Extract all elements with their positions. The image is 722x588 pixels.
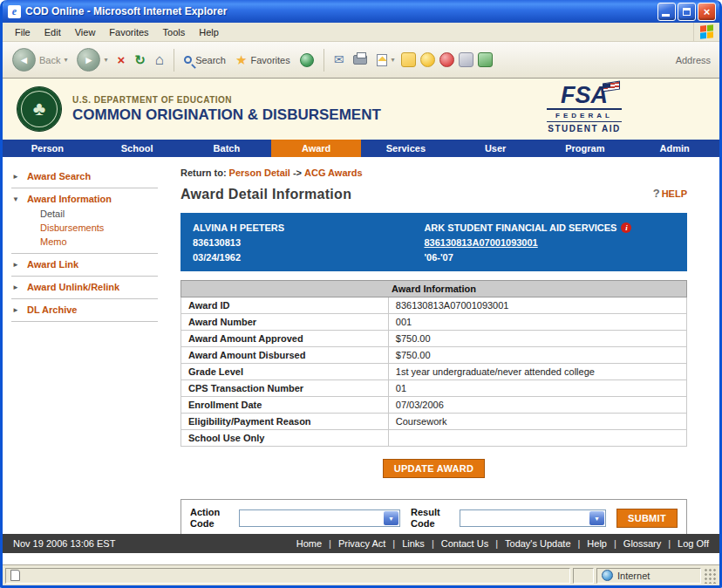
footer-link-glossary[interactable]: Glossary bbox=[623, 538, 678, 549]
back-dropdown-icon: ▾ bbox=[64, 56, 67, 64]
menu-tools[interactable]: Tools bbox=[156, 24, 193, 40]
history-icon bbox=[300, 53, 314, 67]
back-button[interactable]: ◄ Back ▾ bbox=[10, 46, 70, 73]
sidebar: ► Award Search ▼ Award Information Detai… bbox=[3, 157, 168, 534]
dept-of-education-seal-icon: ♣ bbox=[17, 86, 62, 132]
row-label: Award Amount Approved bbox=[181, 331, 389, 347]
refresh-icon: ↻ bbox=[134, 53, 146, 66]
search-button[interactable]: Search bbox=[181, 53, 228, 67]
mail-button[interactable]: ✉ bbox=[331, 51, 347, 68]
sidebar-label: DL Archive bbox=[27, 304, 77, 315]
status-message-panel bbox=[5, 568, 570, 584]
table-row: Eligibility/Payment ReasonCoursework bbox=[181, 414, 687, 430]
print-button[interactable] bbox=[351, 53, 370, 66]
nav-school[interactable]: School bbox=[92, 140, 182, 157]
submit-button[interactable]: SUBMIT bbox=[616, 509, 678, 528]
row-value: Coursework bbox=[388, 414, 686, 430]
fsa-text: FSA bbox=[561, 82, 608, 108]
arrow-right-icon: ► bbox=[11, 284, 20, 291]
table-header: Award Information bbox=[181, 281, 687, 297]
menu-help[interactable]: Help bbox=[192, 24, 226, 40]
messenger-icon[interactable] bbox=[420, 52, 435, 67]
internet-globe-icon bbox=[602, 570, 613, 581]
forward-dropdown-icon: ▾ bbox=[104, 56, 107, 64]
resize-grip[interactable] bbox=[704, 568, 717, 584]
maximize-restore-button[interactable] bbox=[678, 3, 696, 21]
sidebar-item-dl-archive[interactable]: ► DL Archive bbox=[11, 304, 158, 315]
menu-favorites[interactable]: Favorites bbox=[102, 24, 155, 40]
refresh-button[interactable]: ↻ bbox=[132, 51, 148, 68]
favorites-button[interactable]: ★ Favorites bbox=[233, 51, 293, 70]
sidebar-subitem-memo[interactable]: Memo bbox=[40, 236, 158, 247]
row-label: School Use Only bbox=[181, 430, 389, 447]
action-code-select[interactable]: ▼ bbox=[239, 509, 400, 527]
student-dob: 03/24/1962 bbox=[193, 250, 424, 264]
sidebar-subitem-detail[interactable]: Detail bbox=[40, 209, 158, 219]
nav-admin[interactable]: Admin bbox=[630, 140, 719, 157]
search-icon bbox=[184, 56, 192, 64]
breadcrumb-acg-awards-link[interactable]: ACG Awards bbox=[304, 168, 363, 178]
nav-program[interactable]: Program bbox=[541, 140, 630, 157]
menu-view[interactable]: View bbox=[68, 24, 103, 40]
sidebar-item-award-link[interactable]: ► Award Link bbox=[11, 259, 158, 270]
footer-link-contact-us[interactable]: Contact Us bbox=[441, 538, 505, 549]
icq-icon[interactable] bbox=[439, 52, 454, 67]
site-banner: ♣ U.S. DEPARTMENT OF EDUCATION COMMON OR… bbox=[3, 79, 719, 140]
contacts-icon[interactable] bbox=[478, 52, 493, 67]
info-icon[interactable]: i bbox=[621, 222, 631, 233]
discuss-icon[interactable] bbox=[401, 52, 416, 67]
edit-dropdown-icon: ▾ bbox=[391, 56, 394, 64]
footer-link-privacy-act[interactable]: Privacy Act bbox=[338, 538, 402, 549]
footer-link-links[interactable]: Links bbox=[402, 538, 441, 549]
fsa-federal-label: FEDERAL bbox=[547, 108, 622, 120]
arrow-right-icon: ► bbox=[11, 173, 20, 181]
toolbar-separator bbox=[324, 49, 324, 72]
row-label: Award Amount Disbursed bbox=[181, 347, 389, 364]
home-button[interactable]: ⌂ bbox=[153, 51, 167, 68]
update-award-button[interactable]: UPDATE AWARD bbox=[383, 459, 486, 478]
result-code-select[interactable]: ▼ bbox=[460, 509, 606, 527]
menu-edit[interactable]: Edit bbox=[37, 24, 68, 40]
row-value: $750.00 bbox=[388, 331, 686, 347]
search-label: Search bbox=[195, 55, 226, 65]
document-icon bbox=[10, 570, 20, 581]
row-label: Award Number bbox=[181, 314, 389, 331]
nav-person[interactable]: Person bbox=[3, 140, 92, 157]
footer-link-log-off[interactable]: Log Off bbox=[678, 538, 709, 549]
research-icon[interactable] bbox=[459, 52, 473, 67]
nav-services[interactable]: Services bbox=[361, 140, 451, 157]
sidebar-item-award-information[interactable]: ▼ Award Information bbox=[11, 194, 158, 204]
table-row: Award Amount Approved$750.00 bbox=[181, 331, 687, 347]
nav-award[interactable]: Award bbox=[271, 140, 361, 157]
footer-timestamp: Nov 19 2006 13:06 EST bbox=[13, 538, 115, 549]
table-row: Award Amount Disbursed$750.00 bbox=[181, 347, 687, 364]
minimize-button[interactable] bbox=[657, 3, 676, 21]
row-value: 01 bbox=[388, 380, 686, 397]
history-button[interactable] bbox=[297, 51, 317, 69]
sidebar-item-award-unlink-relink[interactable]: ► Award Unlink/Relink bbox=[11, 282, 158, 292]
nav-batch[interactable]: Batch bbox=[182, 140, 272, 157]
sidebar-item-award-search[interactable]: ► Award Search bbox=[11, 171, 158, 181]
stop-button[interactable]: × bbox=[115, 51, 128, 68]
mail-icon: ✉ bbox=[334, 53, 344, 66]
row-value bbox=[388, 430, 686, 447]
arrow-right-icon: ► bbox=[11, 261, 20, 269]
footer-link-home[interactable]: Home bbox=[296, 538, 338, 549]
nav-user[interactable]: User bbox=[451, 140, 541, 157]
row-label: Award ID bbox=[181, 297, 389, 314]
print-icon bbox=[353, 55, 367, 65]
fsa-acronym: FSA bbox=[547, 85, 622, 106]
sidebar-subitem-disbursements[interactable]: Disbursements bbox=[40, 222, 158, 233]
favorites-star-icon: ★ bbox=[235, 52, 247, 68]
breadcrumb-person-detail-link[interactable]: Person Detail bbox=[229, 168, 290, 178]
footer-link-help[interactable]: Help bbox=[587, 538, 623, 549]
close-button[interactable]: × bbox=[698, 3, 716, 21]
award-id-link[interactable]: 836130813A07001093001 bbox=[424, 237, 537, 248]
row-label: Grade Level bbox=[181, 364, 389, 380]
help-link[interactable]: ? HELP bbox=[653, 187, 687, 200]
footer-link-todays-update[interactable]: Today's Update bbox=[505, 538, 587, 549]
edit-button[interactable]: ▾ bbox=[374, 52, 397, 68]
menu-file[interactable]: File bbox=[8, 24, 37, 40]
page-bottom-gap bbox=[3, 553, 719, 564]
forward-button[interactable]: ► ▾ bbox=[74, 46, 110, 73]
